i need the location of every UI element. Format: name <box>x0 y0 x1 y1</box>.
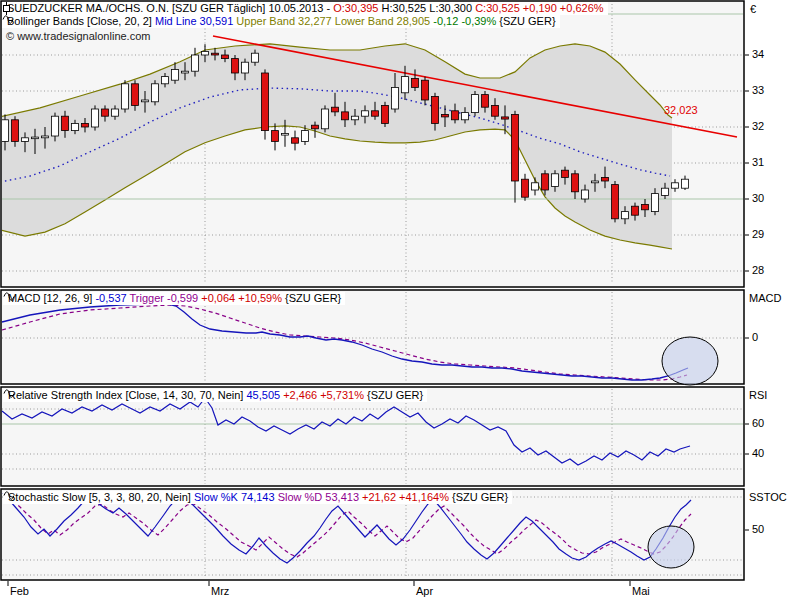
candle[interactable] <box>472 95 479 113</box>
candle[interactable] <box>202 51 209 55</box>
header-segment: Lower Band 28,905 <box>335 15 433 27</box>
candle[interactable] <box>162 77 169 84</box>
header-segment: Bollinger Bands [Close, 20, 2] <box>7 15 155 27</box>
candle[interactable] <box>352 116 359 120</box>
candle[interactable] <box>62 116 69 130</box>
header-segment: Trigger -0,599 <box>130 292 202 304</box>
month-label[interactable]: Mrz <box>211 585 229 597</box>
candle[interactable] <box>612 185 619 219</box>
stoch-highlight-circle[interactable] <box>648 526 694 568</box>
candle[interactable] <box>112 109 119 116</box>
candle[interactable] <box>542 174 549 190</box>
candle[interactable] <box>192 55 199 71</box>
candle[interactable] <box>272 131 279 142</box>
header-segment: Upper Band 32,277 <box>236 15 334 27</box>
candle[interactable] <box>292 138 299 143</box>
candle[interactable] <box>42 136 49 138</box>
header-segment: {SZU GER} <box>285 292 341 304</box>
header-segment: SUEDZUCKER MA./OCHS. O.N. [SZU GER Tägli… <box>7 2 333 14</box>
candle[interactable] <box>492 105 499 116</box>
candle[interactable] <box>402 77 409 93</box>
header-segment: -0,537 <box>95 292 129 304</box>
macd-axis-title: MACD <box>749 292 781 305</box>
candle[interactable] <box>412 78 419 87</box>
candle[interactable] <box>142 100 149 102</box>
candle[interactable] <box>102 109 109 116</box>
candle[interactable] <box>332 107 339 112</box>
candle[interactable] <box>302 131 309 142</box>
price-chart-header-text: SUEDZUCKER MA./OCHS. O.N. [SZU GER Tägli… <box>7 2 604 14</box>
candle[interactable] <box>122 84 129 109</box>
candle[interactable] <box>512 114 519 181</box>
candle[interactable] <box>592 181 599 183</box>
header-segment: H:30,525 L:30,300 <box>382 2 476 14</box>
candle[interactable] <box>152 84 159 102</box>
candle[interactable] <box>572 174 579 192</box>
candle[interactable] <box>222 55 229 59</box>
header-segment: Relative Strength Index [Close, 14, 30, … <box>8 389 246 401</box>
candle[interactable] <box>562 170 569 177</box>
candle[interactable] <box>622 212 629 219</box>
candle[interactable] <box>132 84 139 106</box>
bollinger-header[interactable]: Bollinger Bands [Close, 20, 2] Mid Line … <box>2 15 560 28</box>
candle[interactable] <box>92 109 99 127</box>
currency-label: € <box>750 3 756 16</box>
candle[interactable] <box>522 179 529 197</box>
indicator-tick-label: 40 <box>752 447 764 460</box>
candle[interactable] <box>502 117 509 119</box>
candle[interactable] <box>422 80 429 100</box>
candle[interactable] <box>2 120 9 142</box>
candle[interactable] <box>32 137 39 139</box>
candle[interactable] <box>82 123 89 127</box>
stochastic-header[interactable]: Stochastic Slow [5, 3, 3, 80, 20, Nein] … <box>3 491 512 504</box>
price-tick-label: 30 <box>752 192 764 205</box>
candle[interactable] <box>372 111 379 116</box>
candle[interactable] <box>642 204 649 209</box>
rsi-header[interactable]: Relative Strength Index [Close, 14, 30, … <box>3 389 427 402</box>
candle[interactable] <box>662 188 669 195</box>
month-label[interactable]: Apr <box>416 585 433 597</box>
candle[interactable] <box>652 194 659 212</box>
candle[interactable] <box>632 206 639 215</box>
candle[interactable] <box>242 62 249 73</box>
candle[interactable] <box>182 71 189 73</box>
candle[interactable] <box>382 105 389 123</box>
candle[interactable] <box>282 133 289 135</box>
candle[interactable] <box>312 125 319 129</box>
candle[interactable] <box>682 179 689 188</box>
candle[interactable] <box>322 109 329 129</box>
candle[interactable] <box>582 190 589 199</box>
macd-header-text: MACD [12, 26, 9] -0,537 Trigger -0,599 +… <box>8 292 341 304</box>
candle[interactable] <box>52 116 59 136</box>
candle[interactable] <box>482 95 489 108</box>
candle[interactable] <box>172 69 179 80</box>
candle[interactable] <box>262 73 269 131</box>
candle[interactable] <box>212 53 219 55</box>
candle[interactable] <box>72 123 79 130</box>
header-segment: -0,12 -0,39% <box>433 15 499 27</box>
candle[interactable] <box>392 87 399 109</box>
candle[interactable] <box>432 96 439 123</box>
month-label[interactable]: Feb <box>10 585 29 597</box>
candle[interactable] <box>12 120 19 142</box>
candle[interactable] <box>252 53 259 62</box>
price-chart-header[interactable]: SUEDZUCKER MA./OCHS. O.N. [SZU GER Tägli… <box>2 2 608 15</box>
candle[interactable] <box>532 183 539 190</box>
header-segment: {SZU GER} <box>367 389 423 401</box>
candle[interactable] <box>672 183 679 188</box>
candle[interactable] <box>22 138 29 142</box>
price-tick-label: 29 <box>752 228 764 241</box>
watermark: © www.tradesignalonline.com <box>6 30 150 42</box>
macd-highlight-circle[interactable] <box>662 337 718 385</box>
candle[interactable] <box>462 113 469 120</box>
candle[interactable] <box>232 59 239 73</box>
candle[interactable] <box>342 112 349 120</box>
candle[interactable] <box>452 111 459 120</box>
candle[interactable] <box>602 177 609 181</box>
macd-header[interactable]: MACD [12, 26, 9] -0,537 Trigger -0,599 +… <box>3 292 345 305</box>
stochastic-axis-title: SSTOC <box>749 491 787 504</box>
candle[interactable] <box>442 114 449 117</box>
candle[interactable] <box>362 111 369 116</box>
candle[interactable] <box>552 174 559 187</box>
month-label[interactable]: Mai <box>632 585 650 597</box>
